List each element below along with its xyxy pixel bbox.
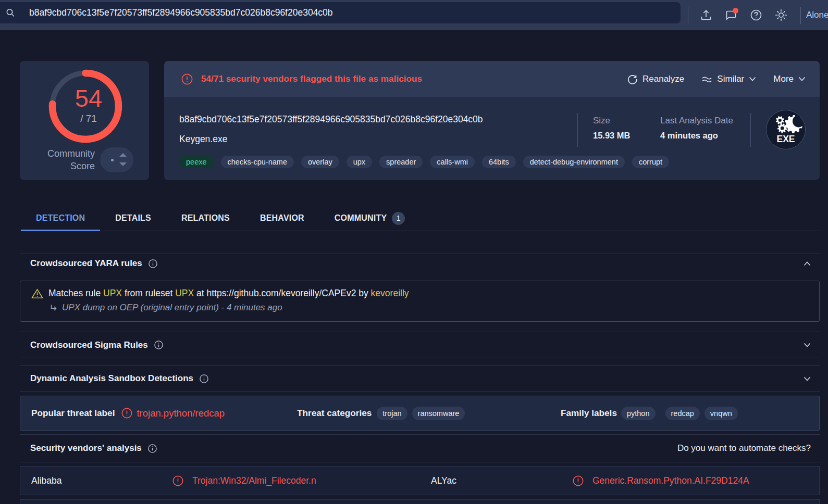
vendor-result: Trojan:Win32/Almi_Filecoder.n bbox=[172, 467, 316, 495]
chevron-down-icon bbox=[798, 77, 806, 81]
vote-down-arrow[interactable] bbox=[119, 162, 127, 166]
tag-spreader[interactable]: spreader bbox=[379, 156, 423, 168]
help-icon bbox=[749, 8, 763, 22]
tag-checks-cpu-name[interactable]: checks-cpu-name bbox=[221, 156, 294, 168]
tag-peexe[interactable]: peexe bbox=[179, 156, 214, 168]
upload-button[interactable] bbox=[694, 3, 719, 28]
more-button[interactable]: More bbox=[773, 74, 806, 84]
similar-label: Similar bbox=[717, 74, 744, 84]
topbar-divider bbox=[688, 7, 688, 24]
threat-alert-icon bbox=[121, 408, 132, 419]
file-hash[interactable]: b8af9cbd706c13f5e7f20573ff5f2894966c9058… bbox=[179, 114, 483, 125]
community-score-label: Community Score bbox=[38, 148, 95, 172]
topbar-divider bbox=[800, 7, 801, 24]
sub-arrow-icon bbox=[50, 304, 57, 311]
section-dynamic-analysis: Dynamic Analysis Sandbox Detections bbox=[20, 366, 820, 392]
section-crowdsourced-yara-rules: Crowdsourced YARA rules Matches rule UPX… bbox=[20, 254, 820, 332]
section-security-vendors: Security vendors' analysis Do you want t… bbox=[20, 434, 820, 462]
vendors-section-title: Security vendors' analysis bbox=[30, 443, 142, 453]
alert-icon bbox=[181, 73, 193, 85]
theme-button[interactable] bbox=[769, 3, 794, 28]
tab-detection[interactable]: DETECTION bbox=[21, 206, 100, 231]
tab-community[interactable]: COMMUNITY1 bbox=[319, 206, 420, 231]
vendor-analysis-row: Alibaba Trojan:Win32/Almi_Filecoder.n AL… bbox=[20, 466, 820, 495]
file-tags: peexe checks-cpu-name overlay upx spread… bbox=[179, 156, 669, 168]
last-analysis-label: Last Analysis Date bbox=[660, 116, 733, 126]
last-analysis-value: 4 minutes ago bbox=[660, 131, 718, 141]
dynamic-section-title: Dynamic Analysis Sandbox Detections bbox=[30, 373, 193, 384]
category-trojan[interactable]: trojan bbox=[377, 407, 407, 420]
upload-icon bbox=[699, 8, 713, 22]
exe-label: EXE bbox=[776, 134, 795, 144]
reanalyze-label: Reanalyze bbox=[642, 74, 684, 84]
score-value: 54 bbox=[24, 86, 153, 110]
tag-overlay[interactable]: overlay bbox=[301, 156, 339, 168]
tag-upx[interactable]: upx bbox=[347, 156, 372, 168]
yara-ruleset-link[interactable]: UPX bbox=[175, 288, 194, 298]
yara-match-text: Matches rule UPX from ruleset UPX at htt… bbox=[48, 287, 409, 299]
file-type-badge: EXE bbox=[766, 110, 806, 152]
popular-threat-band: Popular threat label trojan.python/redca… bbox=[20, 396, 820, 431]
file-summary: b8af9cbd706c13f5e7f20573ff5f2894966c9058… bbox=[164, 97, 820, 180]
info-icon[interactable] bbox=[200, 374, 208, 383]
vote-count-dot bbox=[111, 159, 114, 161]
threat-categories-label: Threat categories bbox=[297, 408, 372, 419]
vendor-name: Alibaba bbox=[31, 467, 61, 495]
more-label: More bbox=[773, 74, 794, 84]
vote-widget[interactable] bbox=[100, 147, 133, 172]
search-bar[interactable] bbox=[0, 2, 681, 23]
tab-behavior[interactable]: BEHAVIOR bbox=[245, 206, 319, 231]
tag-detect-debug-environment[interactable]: detect-debug-environment bbox=[523, 156, 625, 168]
info-icon[interactable] bbox=[149, 259, 157, 268]
category-ransomware[interactable]: ransomware bbox=[412, 407, 465, 420]
size-value: 15.93 MB bbox=[593, 131, 631, 141]
username[interactable]: Alone bbox=[806, 10, 828, 20]
report-tabs: DETECTION DETAILS RELATIONS BEHAVIOR COM… bbox=[20, 206, 820, 231]
brightness-icon bbox=[774, 8, 788, 22]
meta-divider bbox=[577, 113, 578, 147]
yara-rule-link[interactable]: UPX bbox=[103, 288, 122, 298]
notifications-button[interactable] bbox=[719, 3, 744, 28]
vendor-name: ALYac bbox=[431, 467, 456, 495]
size-label: Size bbox=[593, 116, 610, 126]
similar-icon bbox=[701, 74, 712, 84]
file-report-card: 54/71 security vendors flagged this file… bbox=[164, 61, 820, 180]
tag-calls-wmi[interactable]: calls-wmi bbox=[430, 156, 475, 168]
yara-match-detail: UPX dump on OEP (original entry point) -… bbox=[62, 303, 282, 313]
chevron-down-icon[interactable] bbox=[804, 376, 811, 381]
yara-section-title: Crowdsourced YARA rules bbox=[30, 258, 142, 269]
detection-alert-strip: 54/71 security vendors flagged this file… bbox=[164, 61, 820, 97]
family-python[interactable]: python bbox=[621, 407, 656, 420]
detection-alert-icon bbox=[172, 475, 183, 486]
similar-button[interactable]: Similar bbox=[701, 74, 756, 84]
community-count-badge: 1 bbox=[392, 212, 405, 225]
family-vnqwn[interactable]: vnqwn bbox=[705, 407, 738, 420]
automate-checks-link[interactable]: Do you want to automate checks? bbox=[677, 443, 811, 453]
family-redcap[interactable]: redcap bbox=[665, 407, 700, 420]
popular-threat-label: Popular threat label bbox=[31, 408, 115, 419]
score-denominator: / 71 bbox=[24, 114, 153, 123]
info-icon[interactable] bbox=[148, 444, 157, 453]
top-bar: Alone bbox=[0, 0, 828, 30]
tag-64bits[interactable]: 64bits bbox=[482, 156, 516, 168]
warning-triangle-icon bbox=[31, 288, 43, 299]
vote-up-arrow[interactable] bbox=[119, 153, 127, 157]
search-input[interactable] bbox=[29, 7, 681, 18]
tag-corrupt[interactable]: corrupt bbox=[632, 156, 669, 168]
chevron-down-icon[interactable] bbox=[804, 343, 811, 347]
info-icon[interactable] bbox=[154, 341, 163, 349]
sigma-section-title: Crowdsourced Sigma Rules bbox=[30, 340, 148, 350]
help-button[interactable] bbox=[744, 3, 769, 28]
yara-author-link[interactable]: kevoreilly bbox=[371, 288, 409, 298]
reanalyze-button[interactable]: Reanalyze bbox=[627, 74, 684, 84]
notification-dot bbox=[733, 8, 738, 14]
chevron-up-icon[interactable] bbox=[804, 261, 811, 266]
chevron-down-icon bbox=[749, 77, 756, 81]
tab-relations[interactable]: RELATIONS bbox=[166, 206, 245, 231]
file-name: Keygen.exe bbox=[179, 134, 227, 145]
community-score-card: 54 / 71 Community Score bbox=[20, 61, 149, 180]
tab-details[interactable]: DETAILS bbox=[100, 206, 166, 231]
threat-label-value: trojan.python/redcap bbox=[137, 408, 225, 419]
vendor-result: Generic.Ransom.Python.AI.F29D124A bbox=[573, 467, 749, 495]
vendor-analysis-row bbox=[20, 499, 820, 504]
